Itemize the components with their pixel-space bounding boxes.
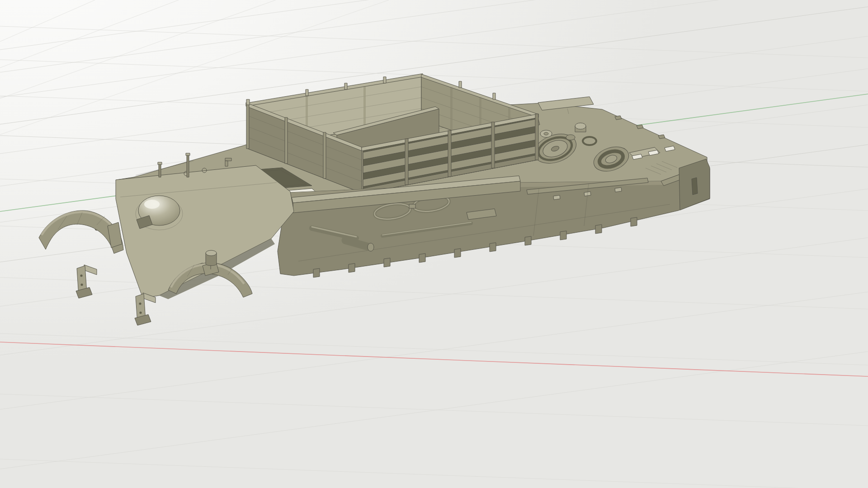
vehicle-hull-model[interactable] (39, 74, 710, 325)
cad-viewport[interactable]: military-vehicle-hull-3d-model (0, 0, 868, 488)
mount-bracket (76, 265, 97, 298)
axis-x-red (0, 342, 868, 376)
mount-bracket (135, 293, 156, 325)
viewport-canvas[interactable]: military-vehicle-hull-3d-model (0, 0, 868, 488)
glacis-plate (95, 165, 294, 299)
